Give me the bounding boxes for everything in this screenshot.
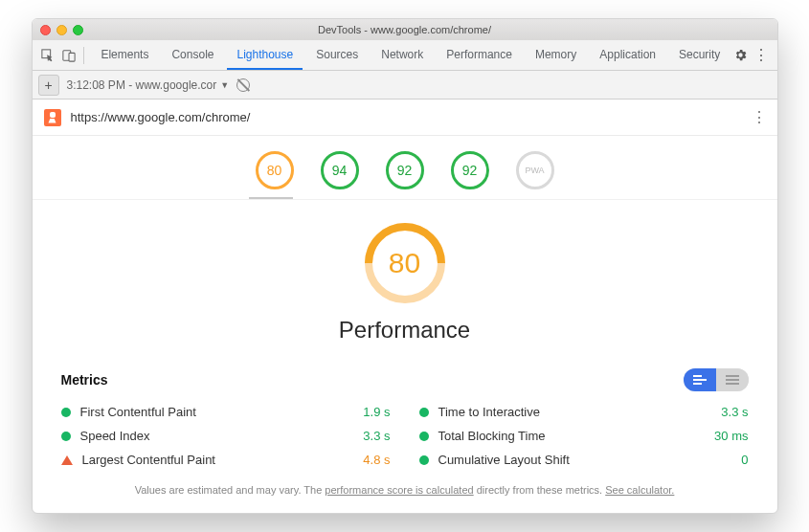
tab-lighthouse[interactable]: Lighthouse xyxy=(227,40,303,70)
performance-score-gauge: 80 xyxy=(365,223,445,303)
metric-value: 1.9 s xyxy=(363,405,390,419)
perf-score-link[interactable]: performance score is calculated xyxy=(325,484,473,496)
clear-icon[interactable] xyxy=(236,78,250,92)
status-dot-icon xyxy=(419,455,429,465)
metric-tbt: Total Blocking Time 30 ms xyxy=(419,429,749,443)
gauge-accessibility[interactable]: 94 xyxy=(321,151,359,189)
metrics-heading: Metrics xyxy=(61,372,108,388)
gauge-performance[interactable]: 80 xyxy=(256,151,294,189)
view-expanded-icon[interactable] xyxy=(684,368,716,391)
metric-label: Time to Interactive xyxy=(438,405,540,419)
lighthouse-toolbar: + 3:12:08 PM - www.google.cor ▼ xyxy=(33,71,777,100)
tab-performance[interactable]: Performance xyxy=(437,40,522,70)
dropdown-icon: ▼ xyxy=(220,80,229,90)
metric-label: Largest Contentful Paint xyxy=(82,453,215,467)
devtools-tabs: Elements Console Lighthouse Sources Netw… xyxy=(91,40,730,70)
metric-si: Speed Index 3.3 s xyxy=(61,429,391,443)
metric-tti: Time to Interactive 3.3 s xyxy=(419,405,749,419)
tab-console[interactable]: Console xyxy=(162,40,223,70)
tab-elements[interactable]: Elements xyxy=(91,40,158,70)
metrics-footnote: Values are estimated and may vary. The p… xyxy=(33,473,777,513)
tab-application[interactable]: Application xyxy=(590,40,665,70)
tab-memory[interactable]: Memory xyxy=(526,40,586,70)
status-triangle-icon xyxy=(61,455,73,465)
status-dot-icon xyxy=(419,408,429,417)
metric-label: First Contentful Paint xyxy=(80,405,196,419)
window-title: DevTools - www.google.com/chrome/ xyxy=(33,24,777,35)
metric-label: Cumulative Layout Shift xyxy=(438,453,570,467)
device-toolbar-icon[interactable] xyxy=(58,44,79,67)
status-dot-icon xyxy=(61,432,71,441)
tab-security[interactable]: Security xyxy=(669,40,730,70)
view-compact-icon[interactable] xyxy=(716,368,749,391)
status-dot-icon xyxy=(61,408,71,417)
metric-value: 0 xyxy=(741,453,748,467)
svg-rect-2 xyxy=(69,53,75,61)
new-report-button[interactable]: + xyxy=(38,75,59,96)
metrics-view-toggle[interactable] xyxy=(684,368,749,391)
report-timestamp: 3:12:08 PM - www.google.cor xyxy=(67,78,217,92)
tab-network[interactable]: Network xyxy=(371,40,433,70)
metric-value: 3.3 s xyxy=(721,405,748,419)
status-dot-icon xyxy=(419,432,429,441)
metric-label: Speed Index xyxy=(80,429,150,443)
report-menu-icon[interactable]: ⋮ xyxy=(752,108,766,126)
url-bar: https://www.google.com/chrome/ ⋮ xyxy=(33,100,777,136)
metric-value: 30 ms xyxy=(714,429,748,443)
inspect-element-icon[interactable] xyxy=(38,44,59,67)
more-icon[interactable]: ⋮ xyxy=(751,44,772,67)
gauge-best-practices[interactable]: 92 xyxy=(386,151,424,189)
metric-fcp: First Contentful Paint 1.9 s xyxy=(61,405,391,419)
section-title: Performance xyxy=(339,317,470,344)
metric-value: 3.3 s xyxy=(363,429,390,443)
metrics-section: Metrics First Contentful Paint 1.9 s Tim… xyxy=(33,353,777,473)
lighthouse-icon xyxy=(44,109,61,126)
metric-cls: Cumulative Layout Shift 0 xyxy=(419,453,749,467)
metric-label: Total Blocking Time xyxy=(438,429,546,443)
gauge-pwa[interactable]: PWA xyxy=(516,151,554,189)
devtools-window: DevTools - www.google.com/chrome/ Elemen… xyxy=(32,18,778,514)
report-selector[interactable]: 3:12:08 PM - www.google.cor ▼ xyxy=(67,78,230,92)
devtools-toolbar: Elements Console Lighthouse Sources Netw… xyxy=(33,40,777,71)
performance-section: 80 Performance xyxy=(33,200,777,353)
see-calculator-link[interactable]: See calculator. xyxy=(605,484,674,496)
tab-sources[interactable]: Sources xyxy=(306,40,368,70)
performance-score-value: 80 xyxy=(389,247,420,279)
gauge-seo[interactable]: 92 xyxy=(451,151,489,189)
titlebar: DevTools - www.google.com/chrome/ xyxy=(33,19,777,40)
page-url: https://www.google.com/chrome/ xyxy=(71,110,251,124)
metric-value: 4.8 s xyxy=(363,453,390,467)
settings-icon[interactable] xyxy=(730,44,751,67)
category-gauges: 80 94 92 92 PWA xyxy=(33,136,777,200)
metric-lcp: Largest Contentful Paint 4.8 s xyxy=(61,453,391,467)
